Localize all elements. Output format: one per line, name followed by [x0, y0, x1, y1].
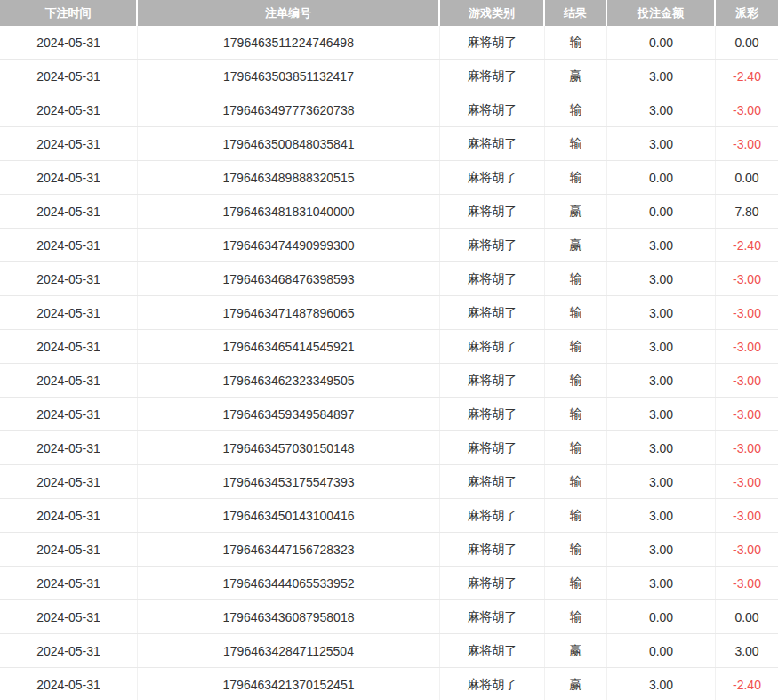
- cell-payout: -2.40: [716, 60, 778, 93]
- table-row: 2024-05-311796463511224746498麻将胡了输0.000.…: [0, 26, 778, 60]
- cell-time: 2024-05-31: [0, 127, 138, 160]
- cell-result: 赢: [545, 60, 607, 93]
- table-body: 2024-05-311796463511224746498麻将胡了输0.000.…: [0, 26, 778, 700]
- cell-order_id: 1796463468476398593: [138, 262, 440, 295]
- cell-game_type: 麻将胡了: [440, 533, 545, 566]
- cell-result: 输: [545, 398, 607, 430]
- table-row: 2024-05-311796463503851132417麻将胡了赢3.00-2…: [0, 60, 778, 93]
- cell-order_id: 1796463497773620738: [138, 93, 440, 126]
- table-row: 2024-05-311796463457030150148麻将胡了输3.00-3…: [0, 431, 778, 465]
- cell-payout: -3.00: [716, 296, 778, 329]
- bet-history-table: 下注时间注单编号游戏类别结果投注金额派彩 2024-05-31179646351…: [0, 0, 778, 700]
- cell-result: 赢: [545, 195, 607, 228]
- cell-order_id: 1796463474490999300: [138, 229, 440, 261]
- cell-order_id: 1796463421370152451: [138, 668, 440, 700]
- cell-payout: -3.00: [716, 330, 778, 363]
- cell-game_type: 麻将胡了: [440, 634, 545, 667]
- cell-result: 输: [545, 431, 607, 464]
- cell-order_id: 1796463471487896065: [138, 296, 440, 329]
- cell-payout: -3.00: [716, 431, 778, 464]
- table-header: 下注时间注单编号游戏类别结果投注金额派彩: [0, 0, 778, 26]
- cell-payout: -3.00: [716, 499, 778, 532]
- cell-order_id: 1796463511224746498: [138, 26, 440, 59]
- column-header-bet_amount: 投注金额: [607, 0, 716, 26]
- cell-game_type: 麻将胡了: [440, 567, 545, 599]
- table-row: 2024-05-311796463444065533952麻将胡了输3.00-3…: [0, 567, 778, 600]
- cell-payout: 7.80: [716, 195, 778, 228]
- cell-bet_amount: 3.00: [607, 398, 716, 430]
- cell-game_type: 麻将胡了: [440, 26, 545, 59]
- cell-time: 2024-05-31: [0, 262, 138, 295]
- cell-game_type: 麻将胡了: [440, 229, 545, 261]
- cell-result: 输: [545, 364, 607, 397]
- cell-payout: -3.00: [716, 465, 778, 498]
- cell-payout: 3.00: [716, 634, 778, 667]
- cell-time: 2024-05-31: [0, 499, 138, 532]
- table-row: 2024-05-311796463421370152451麻将胡了赢3.00-2…: [0, 668, 778, 700]
- cell-bet_amount: 3.00: [607, 127, 716, 160]
- cell-game_type: 麻将胡了: [440, 161, 545, 194]
- cell-result: 输: [545, 533, 607, 566]
- cell-order_id: 1796463436087958018: [138, 600, 440, 633]
- table-row: 2024-05-311796463450143100416麻将胡了输3.00-3…: [0, 499, 778, 533]
- cell-time: 2024-05-31: [0, 634, 138, 667]
- cell-game_type: 麻将胡了: [440, 465, 545, 498]
- cell-payout: -3.00: [716, 127, 778, 160]
- cell-bet_amount: 3.00: [607, 533, 716, 566]
- cell-payout: -3.00: [716, 262, 778, 295]
- cell-game_type: 麻将胡了: [440, 296, 545, 329]
- cell-result: 输: [545, 465, 607, 498]
- column-header-payout: 派彩: [716, 0, 778, 26]
- table-row: 2024-05-311796463447156728323麻将胡了输3.00-3…: [0, 533, 778, 567]
- cell-bet_amount: 0.00: [607, 195, 716, 228]
- cell-result: 输: [545, 330, 607, 363]
- cell-result: 输: [545, 127, 607, 160]
- cell-bet_amount: 3.00: [607, 93, 716, 126]
- cell-payout: -3.00: [716, 93, 778, 126]
- cell-bet_amount: 3.00: [607, 229, 716, 261]
- cell-order_id: 1796463481831040000: [138, 195, 440, 228]
- cell-time: 2024-05-31: [0, 60, 138, 93]
- cell-order_id: 1796463450143100416: [138, 499, 440, 532]
- table-row: 2024-05-311796463453175547393麻将胡了输3.00-3…: [0, 465, 778, 499]
- cell-result: 输: [545, 93, 607, 126]
- cell-result: 输: [545, 499, 607, 532]
- table-row: 2024-05-311796463497773620738麻将胡了输3.00-3…: [0, 93, 778, 127]
- cell-result: 赢: [545, 668, 607, 700]
- cell-time: 2024-05-31: [0, 26, 138, 59]
- table-row: 2024-05-311796463489888320515麻将胡了输0.000.…: [0, 161, 778, 195]
- cell-result: 赢: [545, 634, 607, 667]
- cell-game_type: 麻将胡了: [440, 431, 545, 464]
- table-row: 2024-05-311796463428471125504麻将胡了赢0.003.…: [0, 634, 778, 668]
- cell-game_type: 麻将胡了: [440, 93, 545, 126]
- cell-payout: 0.00: [716, 26, 778, 59]
- cell-game_type: 麻将胡了: [440, 600, 545, 633]
- cell-result: 输: [545, 161, 607, 194]
- cell-bet_amount: 3.00: [607, 364, 716, 397]
- cell-game_type: 麻将胡了: [440, 398, 545, 430]
- table-row: 2024-05-311796463465414545921麻将胡了输3.00-3…: [0, 330, 778, 364]
- cell-order_id: 1796463457030150148: [138, 431, 440, 464]
- cell-payout: -2.40: [716, 229, 778, 261]
- cell-payout: -3.00: [716, 567, 778, 599]
- cell-order_id: 1796463453175547393: [138, 465, 440, 498]
- cell-result: 输: [545, 26, 607, 59]
- cell-result: 输: [545, 600, 607, 633]
- cell-order_id: 1796463447156728323: [138, 533, 440, 566]
- table-row: 2024-05-311796463471487896065麻将胡了输3.00-3…: [0, 296, 778, 330]
- cell-bet_amount: 3.00: [607, 567, 716, 599]
- cell-payout: -3.00: [716, 398, 778, 430]
- cell-time: 2024-05-31: [0, 600, 138, 633]
- table-row: 2024-05-311796463459349584897麻将胡了输3.00-3…: [0, 398, 778, 431]
- cell-bet_amount: 3.00: [607, 668, 716, 700]
- cell-bet_amount: 3.00: [607, 499, 716, 532]
- column-header-result: 结果: [545, 0, 607, 26]
- cell-time: 2024-05-31: [0, 398, 138, 430]
- cell-time: 2024-05-31: [0, 161, 138, 194]
- cell-game_type: 麻将胡了: [440, 364, 545, 397]
- table-row: 2024-05-311796463436087958018麻将胡了输0.000.…: [0, 600, 778, 634]
- cell-bet_amount: 3.00: [607, 431, 716, 464]
- cell-time: 2024-05-31: [0, 431, 138, 464]
- cell-result: 输: [545, 296, 607, 329]
- table-row: 2024-05-311796463468476398593麻将胡了输3.00-3…: [0, 262, 778, 296]
